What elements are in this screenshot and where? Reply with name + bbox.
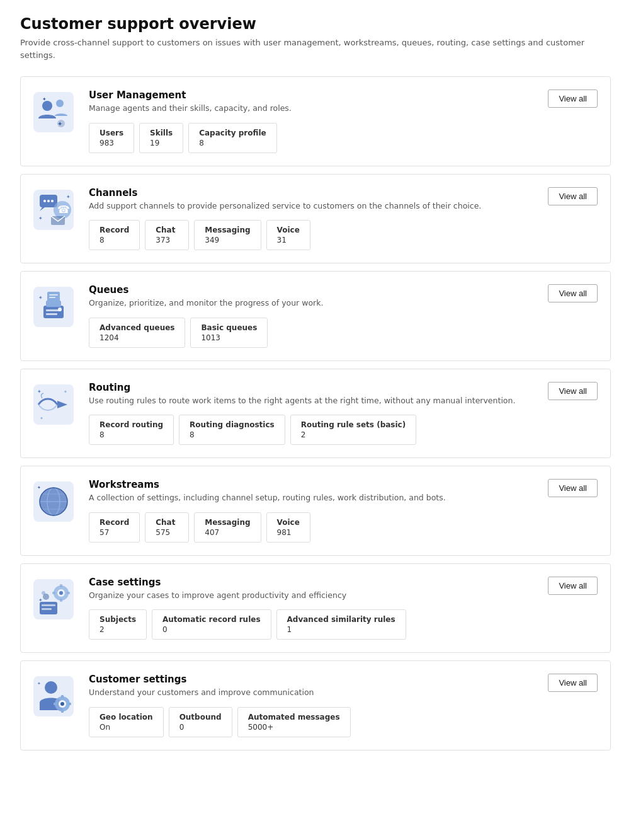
svg-rect-20	[46, 313, 57, 315]
svg-rect-17	[43, 306, 64, 318]
channels-desc: Add support channels to provide personal…	[89, 200, 481, 212]
queues-body: Queues Organize, prioritize, and monitor…	[89, 284, 598, 348]
svg-rect-22	[49, 294, 58, 296]
section-user-management: ✦ ✦ User Management Manage agents and th…	[20, 76, 611, 166]
svg-text:✦: ✦	[57, 120, 62, 127]
workstreams-stats: Record 57 Chat 575 Messaging 407 Voice 9…	[89, 512, 598, 543]
page-subtitle: Provide cross-channel support to custome…	[20, 37, 611, 61]
queues-title: Queues	[89, 284, 323, 296]
svg-rect-48	[52, 592, 55, 594]
channels-icon: ☎ ✦ ✦	[31, 187, 76, 233]
svg-point-57	[60, 702, 64, 706]
stat-advanced-similarity-rules: Advanced similarity rules 1	[276, 609, 406, 640]
customer-settings-text: Customer settings Understand your custom…	[89, 674, 314, 698]
svg-rect-42	[42, 608, 52, 610]
customer-settings-title: Customer settings	[89, 674, 314, 685]
case-settings-desc: Organize your cases to improve agent pro…	[89, 590, 346, 601]
channels-stats: Record 8 Chat 373 Messaging 349 Voice 31	[89, 220, 598, 250]
svg-rect-23	[49, 297, 55, 298]
routing-stats: Record routing 8 Routing diagnostics 8 R…	[89, 415, 598, 445]
svg-text:☎: ☎	[57, 204, 70, 216]
stat-chat-workstreams: Chat 575	[145, 512, 189, 543]
user-management-stats: Users 983 Skills 19 Capacity profile 8	[89, 123, 598, 153]
stat-subjects: Subjects 2	[89, 609, 147, 640]
svg-text:✦: ✦	[37, 389, 42, 394]
workstreams-view-all[interactable]: View all	[548, 479, 598, 497]
stat-skills: Skills 19	[139, 123, 183, 153]
customer-settings-body: Customer settings Understand your custom…	[89, 674, 598, 737]
svg-point-54	[45, 681, 57, 694]
svg-point-51	[42, 591, 45, 595]
svg-rect-0	[33, 92, 74, 132]
svg-text:✦: ✦	[42, 96, 47, 102]
page-container: Customer support overview Provide cross-…	[0, 0, 631, 840]
customer-settings-view-all[interactable]: View all	[548, 674, 598, 692]
stat-outbound: Outbound 0	[169, 707, 232, 737]
queues-header: Queues Organize, prioritize, and monitor…	[89, 284, 598, 309]
svg-point-9	[47, 200, 50, 202]
svg-text:✦: ✦	[37, 485, 41, 490]
stat-basic-queues: Basic queues 1013	[190, 318, 268, 348]
svg-text:✦: ✦	[37, 681, 41, 686]
queues-icon: ✦	[31, 284, 76, 330]
stat-record-workstreams: Record 57	[89, 512, 140, 543]
svg-rect-59	[61, 710, 64, 713]
section-customer-settings: ✦ Customer settings Understand your cust…	[20, 660, 611, 751]
section-queues: ✦ Queues Organize, prioritize, and monit…	[20, 271, 611, 361]
svg-rect-46	[60, 584, 62, 587]
case-settings-title: Case settings	[89, 577, 346, 588]
queues-desc: Organize, prioritize, and monitor the pr…	[89, 297, 323, 309]
stat-capacity-profile: Capacity profile 8	[188, 123, 276, 153]
stat-messaging-workstreams: Messaging 407	[194, 512, 261, 543]
case-settings-text: Case settings Organize your cases to imp…	[89, 577, 346, 601]
channels-title: Channels	[89, 187, 481, 198]
stat-voice-workstreams: Voice 981	[266, 512, 310, 543]
user-management-icon: ✦ ✦	[31, 89, 76, 135]
routing-icon: ✦ ✦ ✦	[31, 382, 76, 427]
stat-messaging-channels: Messaging 349	[194, 220, 261, 250]
routing-view-all[interactable]: View all	[548, 382, 598, 400]
section-channels: ☎ ✦ ✦ Channels Add support channels to p…	[20, 174, 611, 264]
queues-stats: Advanced queues 1204 Basic queues 1013	[89, 318, 598, 348]
svg-text:✦: ✦	[64, 389, 67, 394]
stat-auto-record-rules: Automatic record rules 0	[152, 609, 271, 640]
user-management-text: User Management Manage agents and their …	[89, 89, 292, 114]
svg-point-10	[51, 200, 54, 202]
svg-point-2	[56, 100, 64, 107]
svg-text:✦: ✦	[38, 597, 43, 603]
stat-routing-diagnostics: Routing diagnostics 8	[179, 415, 285, 445]
workstreams-header: Workstreams A collection of settings, in…	[89, 479, 598, 503]
routing-body: Routing Use routing rules to route work …	[89, 382, 598, 446]
case-settings-body: Case settings Organize your cases to imp…	[89, 577, 598, 640]
stat-voice-channels: Voice 31	[266, 220, 310, 250]
section-workstreams: ✦ Workstreams A collection of settings, …	[20, 466, 611, 556]
svg-rect-41	[42, 604, 55, 606]
routing-desc: Use routing rules to route work items to…	[89, 395, 515, 406]
queues-view-all[interactable]: View all	[548, 284, 598, 302]
customer-settings-stats: Geo location On Outbound 0 Automated mes…	[89, 707, 598, 737]
svg-rect-58	[61, 695, 64, 698]
workstreams-icon: ✦	[31, 479, 76, 524]
routing-title: Routing	[89, 382, 515, 393]
workstreams-title: Workstreams	[89, 479, 446, 490]
svg-rect-49	[67, 592, 70, 594]
svg-rect-47	[60, 599, 62, 602]
user-management-desc: Manage agents and their skills, capacity…	[89, 103, 292, 114]
user-management-view-all[interactable]: View all	[548, 89, 598, 108]
stat-users: Users 983	[89, 123, 134, 153]
channels-view-all[interactable]: View all	[548, 187, 598, 205]
stat-geo-location: Geo location On	[89, 707, 164, 737]
stat-record-channels: Record 8	[89, 220, 140, 250]
page-title: Customer support overview	[20, 15, 611, 33]
svg-text:✦: ✦	[40, 416, 43, 421]
routing-header: Routing Use routing rules to route work …	[89, 382, 598, 406]
workstreams-body: Workstreams A collection of settings, in…	[89, 479, 598, 543]
case-settings-view-all[interactable]: View all	[548, 577, 598, 595]
user-management-body: User Management Manage agents and their …	[89, 89, 598, 153]
svg-text:✦: ✦	[66, 194, 71, 200]
channels-header: Channels Add support channels to provide…	[89, 187, 598, 212]
queues-text: Queues Organize, prioritize, and monitor…	[89, 284, 323, 309]
customer-settings-desc: Understand your customers and improve co…	[89, 687, 314, 698]
case-settings-icon: ✦	[31, 577, 76, 622]
svg-point-24	[58, 308, 62, 311]
